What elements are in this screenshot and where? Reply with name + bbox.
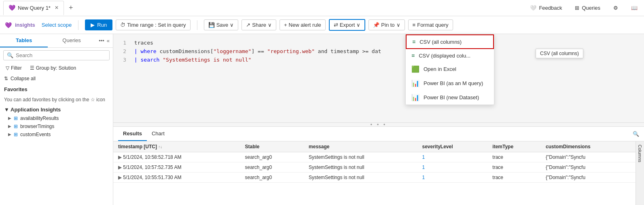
pin-to-btn[interactable]: 📌 Pin to ∨ [369,19,405,30]
data-table: timestamp [UTC] ↑↓ Stable message [113,141,636,183]
col-itemtype[interactable]: itemType [487,141,541,152]
favorites-text: You can add favorites by clicking on the… [0,95,113,105]
sidebar-item-browser[interactable]: ▶ ⊞ browserTimings [0,122,113,130]
heart-icon: 🤍 [530,5,536,11]
cell-custom: {"Domain":"Syncfu [541,152,636,162]
select-scope-btn[interactable]: Select scope [42,22,72,28]
query-icon: 💜 [8,4,15,11]
col-custom[interactable]: customDimensions [541,141,636,152]
new-alert-btn[interactable]: + New alert rule [280,19,326,30]
tab-chart[interactable]: Chart [147,126,169,141]
cell-itemtype: trace [487,172,541,182]
format-query-btn[interactable]: ≡ Format query [408,19,453,30]
cell-custom: {"Domain":"Syncfu [541,172,636,182]
excel-label: Open in Excel [424,66,456,72]
collapse-label: Collapse all [11,76,36,81]
row-expand-1[interactable]: ▶ [118,154,122,160]
table-icon: ⊞ [14,132,18,137]
col-timestamp[interactable]: timestamp [UTC] ↑↓ [113,141,240,152]
filter-btn[interactable]: ▽ Filter [3,64,24,72]
cell-message: SystemSettings is not null [304,162,417,172]
app-insights-section[interactable]: ▼ Application Insights [0,105,113,114]
sidebar-tabs: Tables Queries ••• « [0,34,113,48]
cell-itemtype: trace [487,162,541,172]
section-title: Application Insights [11,107,61,113]
tab-bar: 💜 New Query 1* ✕ + 🤍 Feedback ⊞ Queries … [0,0,644,16]
table-icon: ⊞ [14,115,18,121]
queries-btn[interactable]: ⊞ Queries [572,3,604,13]
powerbi-dataset-btn[interactable]: 📊 Power BI (new Dataset) [406,90,494,105]
new-tab-btn[interactable]: + [66,2,76,14]
tab-new-query[interactable]: 💜 New Query 1* ✕ [3,1,64,15]
table-row: ▶ 5/1/2024, 10:58:52.718 AM search_arg0 … [113,152,636,162]
insights-label[interactable]: insights [15,22,35,28]
sort-icon: ↑↓ [158,145,162,149]
toolbar: 💜 insights Select scope ▶ Run ⏱ Time ran… [0,16,644,34]
more-options-icon[interactable]: ••• [99,38,104,44]
cell-stable: search_arg0 [240,172,304,182]
divider-2 [197,20,197,30]
run-btn[interactable]: ▶ Run [85,19,112,30]
sidebar-item-custom-events[interactable]: ▶ ⊞ customEvents [0,130,113,139]
pin-label: Pin to [381,22,394,28]
queries-icon: ⊞ [575,5,579,11]
search-input[interactable] [16,52,106,58]
col-stable[interactable]: Stable [240,141,304,152]
book-btn[interactable]: 📖 [628,3,641,13]
col-severity[interactable]: severityLevel [417,141,487,152]
format-icon: ≡ [413,22,416,28]
collapse-sidebar-icon[interactable]: « [107,38,110,44]
insights-icon: 💜 [5,22,12,28]
results-table: timestamp [UTC] ↑↓ Stable message [113,141,636,205]
feedback-btn[interactable]: 🤍 Feedback [527,3,565,13]
sidebar-item-availability[interactable]: ▶ ⊞ availabilityResults [0,114,113,122]
time-range-btn[interactable]: ⏱ Time range : Set in query [116,19,190,30]
tab-tables[interactable]: Tables [0,34,48,47]
tab-results[interactable]: Results [118,126,147,141]
csv-all-tooltip: CSV (all columns) [536,49,583,58]
drag-handle[interactable]: • • • [113,123,644,127]
tab-queries[interactable]: Queries [48,34,95,47]
results-area: Results Chart 🔍 timestamp [UTC] ↑↓ [113,127,644,205]
filter-icon: ▽ [6,65,9,71]
csv-all-columns-btn[interactable]: ≡ CSV (all columns) [406,34,494,49]
item-label: browserTimings [20,124,54,129]
section-caret: ▼ [4,107,11,113]
clock-icon: ⏱ [120,22,125,28]
settings-btn[interactable]: ⚙ [610,3,621,13]
csv-displayed-btn[interactable]: ≡ CSV (displayed colu... [406,49,494,62]
columns-sidebar[interactable]: Columns [636,141,644,205]
export-btn[interactable]: ⇄ Export ∨ [329,19,366,31]
divider-1 [78,20,78,30]
row-expand-3[interactable]: ▶ [118,175,122,180]
cell-stable: search_arg0 [240,152,304,162]
item-label: availabilityResults [20,115,59,121]
item-caret: ▶ [8,132,11,137]
table-row: ▶ 5/1/2024, 10:57:52.735 AM search_arg0 … [113,162,636,172]
row-expand-2[interactable]: ▶ [118,164,122,170]
csv-disp-icon: ≡ [411,52,415,59]
cell-custom: {"Domain":"Syncfu [541,162,636,172]
powerbi-icon-1: 📊 [411,79,419,87]
run-icon: ▶ [91,22,95,28]
share-btn[interactable]: ↗ Share ∨ [241,19,276,30]
tab-close-btn[interactable]: ✕ [55,5,59,11]
powerbi-m-btn[interactable]: 📊 Power BI (as an M query) [406,76,494,90]
group-icon: ☰ [30,65,34,71]
collapse-all-btn[interactable]: ⇅ Collapse all [0,73,113,84]
code-editor[interactable]: 1 traces 2 | where customDimensions["log… [113,34,644,123]
open-excel-btn[interactable]: 🟩 Open in Excel [406,62,494,76]
queries-label: Queries [582,5,600,11]
time-range-label: Time range : Set in query [127,22,186,28]
feedback-label: Feedback [539,5,562,11]
table-icon: ⊞ [14,124,18,129]
group-by-btn[interactable]: ☰ Group by: Solution [28,64,78,72]
alert-icon: + [284,22,287,28]
search-results-icon[interactable]: 🔍 [633,131,639,137]
csv-disp-label: CSV (displayed colu... [419,53,470,59]
save-label: Save [216,22,229,28]
col-message[interactable]: message [304,141,417,152]
book-icon: 📖 [631,5,638,11]
save-btn[interactable]: 💾 Save ∨ [204,19,239,30]
results-content: timestamp [UTC] ↑↓ Stable message [113,141,644,205]
